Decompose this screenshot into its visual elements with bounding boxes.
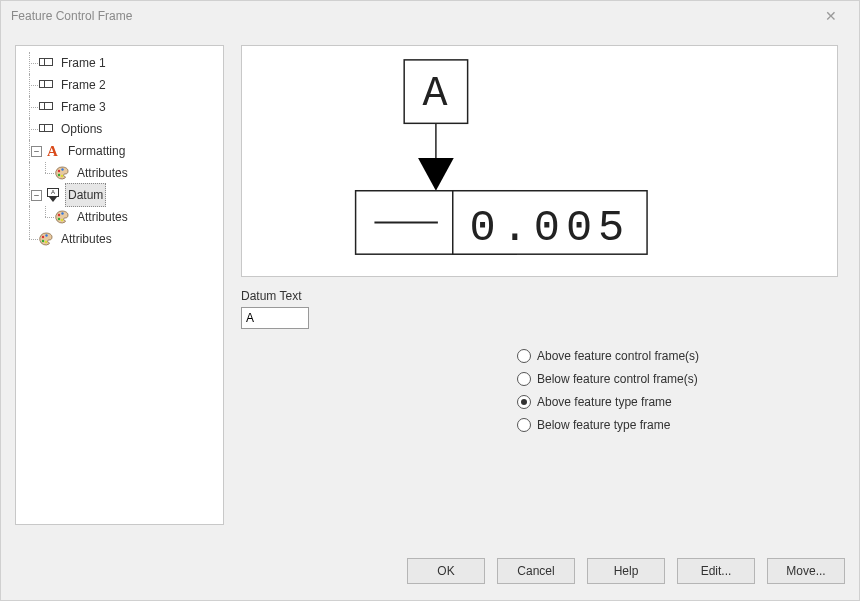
cancel-button[interactable]: Cancel <box>497 558 575 584</box>
svg-marker-16 <box>418 158 454 191</box>
expander-icon[interactable]: − <box>31 146 42 157</box>
dialog-button-row: OK Cancel Help Edit... Move... <box>1 542 859 600</box>
svg-point-9 <box>42 236 44 238</box>
frame-icon <box>38 121 54 137</box>
tree-item-formatting[interactable]: − A Formatting <box>22 140 223 162</box>
tree-item-frame-1[interactable]: Frame 1 <box>22 52 223 74</box>
preview-panel: A 0.005 <box>241 45 838 277</box>
help-button[interactable]: Help <box>587 558 665 584</box>
tree-panel: Frame 1 Frame 2 Frame 3 Options <box>15 45 224 525</box>
svg-point-1 <box>58 170 60 172</box>
svg-point-6 <box>61 212 63 214</box>
svg-text:A: A <box>47 143 58 159</box>
radio-below-fcf[interactable]: Below feature control frame(s) <box>517 372 699 386</box>
radio-below-ftf[interactable]: Below feature type frame <box>517 418 699 432</box>
radio-label: Above feature control frame(s) <box>537 349 699 363</box>
svg-text:A: A <box>422 70 449 118</box>
datum-text-input[interactable] <box>241 307 309 329</box>
titlebar: Feature Control Frame ✕ <box>1 1 859 31</box>
svg-point-10 <box>45 234 47 236</box>
frame-icon <box>38 77 54 93</box>
radio-label: Below feature control frame(s) <box>537 372 698 386</box>
close-icon[interactable]: ✕ <box>811 8 851 24</box>
edit-button[interactable]: Edit... <box>677 558 755 584</box>
radio-icon <box>517 395 531 409</box>
frame-icon <box>38 55 54 71</box>
svg-text:0.005: 0.005 <box>470 204 631 253</box>
svg-point-2 <box>61 168 63 170</box>
radio-icon <box>517 349 531 363</box>
tree-item-datum-attributes[interactable]: Attributes <box>22 206 223 228</box>
tree-item-attributes[interactable]: Attributes <box>22 228 223 250</box>
palette-icon <box>38 231 54 247</box>
palette-icon <box>54 209 70 225</box>
radio-label: Above feature type frame <box>537 395 672 409</box>
client-area: Frame 1 Frame 2 Frame 3 Options <box>1 31 859 600</box>
nav-tree: Frame 1 Frame 2 Frame 3 Options <box>22 52 223 250</box>
formatting-icon: A <box>45 143 61 159</box>
datum-icon: A <box>45 187 61 203</box>
tree-item-datum[interactable]: − A Datum <box>22 184 223 206</box>
svg-point-3 <box>58 174 60 176</box>
tree-item-frame-3[interactable]: Frame 3 <box>22 96 223 118</box>
move-button[interactable]: Move... <box>767 558 845 584</box>
radio-icon <box>517 372 531 386</box>
placement-radio-group: Above feature control frame(s) Below fea… <box>517 349 699 432</box>
expander-icon[interactable]: − <box>31 190 42 201</box>
gdnt-preview-svg: A 0.005 <box>242 46 837 276</box>
tree-item-options[interactable]: Options <box>22 118 223 140</box>
radio-label: Below feature type frame <box>537 418 670 432</box>
ok-button[interactable]: OK <box>407 558 485 584</box>
datum-text-label: Datum Text <box>241 289 301 303</box>
svg-point-5 <box>58 214 60 216</box>
palette-icon <box>54 165 70 181</box>
tree-item-formatting-attributes[interactable]: Attributes <box>22 162 223 184</box>
svg-point-7 <box>58 218 60 220</box>
svg-point-12 <box>45 241 47 243</box>
tree-item-frame-2[interactable]: Frame 2 <box>22 74 223 96</box>
svg-point-8 <box>61 219 63 221</box>
radio-icon <box>517 418 531 432</box>
dialog-window: Feature Control Frame ✕ Frame 1 Frame 2 <box>0 0 860 601</box>
radio-above-fcf[interactable]: Above feature control frame(s) <box>517 349 699 363</box>
radio-above-ftf[interactable]: Above feature type frame <box>517 395 699 409</box>
svg-point-4 <box>61 175 63 177</box>
window-title: Feature Control Frame <box>11 9 811 23</box>
svg-point-11 <box>42 240 44 242</box>
frame-icon <box>38 99 54 115</box>
